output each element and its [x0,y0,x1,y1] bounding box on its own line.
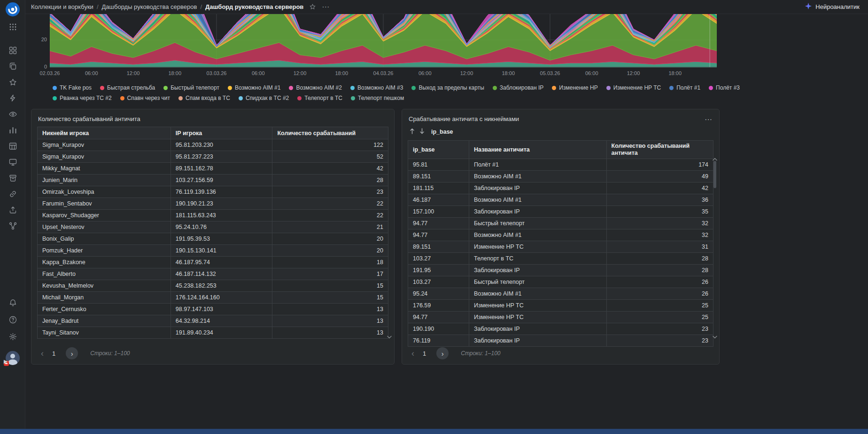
table-row: Pomzuk_Hader190.15.130.14120 [38,245,388,257]
table-row: Jenay_Badrut64.32.98.21413 [38,315,388,327]
settings-button[interactable] [0,330,25,344]
column-header[interactable]: Название античита [469,141,607,159]
legend-item[interactable]: TK Fake pos [53,84,92,91]
sidebar-item-export[interactable] [0,204,25,218]
legend-label: Полёт #3 [716,84,740,91]
legend-item[interactable]: Возможно AIM #3 [350,84,403,91]
current-page-button[interactable]: 1 [52,350,55,357]
sort-asc-button[interactable] [409,127,416,137]
assistant-sparkle-icon [805,2,812,12]
assistant-button[interactable]: Нейроаналитик [805,2,860,12]
bar-chart-icon [8,126,17,136]
cell-ip-base: 103.27 [408,253,469,265]
legend-marker-icon [350,86,355,90]
panel-title: Количество срабатываний античита [31,109,147,127]
scroll-down-chevron[interactable] [387,332,392,341]
datalens-logo[interactable] [5,2,20,17]
notifications-button[interactable] [0,297,25,311]
legend-item[interactable]: Телепорт в ТС [297,95,342,101]
sidebar-item-favorites[interactable] [0,76,25,90]
sidebar-item-flows[interactable] [0,220,25,234]
sidebar-item-charts[interactable] [0,92,25,106]
legend-item[interactable]: Возможно AIM #1 [228,84,281,91]
cell-count: 26 [606,288,713,300]
sidebar-item-presentations[interactable] [0,156,25,170]
column-header[interactable]: Никнейм игрока [38,127,171,139]
legend-item[interactable]: Заблокирован IP [493,84,544,91]
sidebar-item-connections[interactable] [0,188,25,202]
column-header[interactable]: Количество срабатываний [272,127,388,139]
header-more-button[interactable]: ⋯ [322,3,330,11]
panel-anticheat-by-ip: Срабатывание античита с никнеймами ⋯ ip_… [402,109,720,365]
cell-ip: 181.115.63.243 [170,210,272,221]
x-axis-tick-label: 04.03.26 [373,70,394,76]
breadcrumb-item[interactable]: Дашборды руководства серверов [102,3,197,10]
sidebar-item-analytics[interactable] [0,124,25,138]
column-header[interactable]: ip_base [408,141,469,159]
scroll-down-chevron[interactable] [713,332,717,341]
current-page-button[interactable]: 1 [423,350,426,357]
column-header[interactable]: Количество срабатываний античита [606,141,713,159]
cell-anticheat-name: Изменение HP ТС [469,300,607,312]
sidebar-item-datasets[interactable] [0,108,25,122]
user-avatar[interactable] [6,351,20,365]
prev-page-button[interactable]: ‹ [410,349,416,358]
table-row: Mikky_Magnat89.151.162.7842 [38,163,388,175]
cell-ip-base: 157.100 [408,206,469,218]
panel-more-button[interactable]: ⋯ [705,109,719,124]
next-page-button[interactable]: › [66,347,78,359]
cell-nickname: Upset_Nesterov [38,221,171,233]
legend-item[interactable]: Быстрый телепорт [163,84,219,91]
cell-count: 28 [606,253,713,265]
prev-page-button[interactable]: ‹ [39,349,46,358]
stacked-area-plot[interactable] [50,14,717,69]
legend-item[interactable]: Выход за пределы карты [411,84,484,91]
sidebar-item-storage[interactable] [0,172,25,186]
box-icon [8,174,17,184]
legend-item[interactable]: Спидхак в ТС #2 [239,95,289,101]
table-row: 95.81Полёт #1174 [408,159,713,171]
cell-nickname: Sigma_Kurapov [38,139,171,151]
rows-range-label: Строки: 1–100 [461,350,500,357]
anticheat-timeseries-widget: 20 0 02.03.2606:0012:0018:0003.03.2606:0… [31,14,720,107]
x-axis-tick-label: 18:00 [335,70,348,76]
table-row: 103.27Быстрый телепорт26 [408,276,713,288]
cell-count: 52 [272,151,388,163]
legend-item[interactable]: Спам входа в ТС [178,95,230,101]
table-row: 181.115Заблокирован IP42 [408,183,713,194]
sidebar-item-dashboards[interactable] [0,44,25,58]
legend-item[interactable]: Полёт #3 [709,84,740,91]
legend-item[interactable]: Спавн через чит [120,95,170,101]
legend-item[interactable]: Быстрая стрельба [100,84,155,91]
legend-item[interactable]: Телепорт пешком [351,95,404,101]
sidebar-item-workbooks[interactable] [0,60,25,74]
help-button[interactable] [0,313,25,327]
x-axis-tick-label: 06:00 [585,70,598,76]
legend-marker-icon [53,86,57,90]
table-row: Sigma_Kurapov95.81.203.230122 [38,139,388,151]
legend-item[interactable]: Полёт #1 [669,84,700,91]
breadcrumb: Коллекции и воркбуки/Дашборды руководств… [31,3,303,10]
legend-marker-icon [239,96,243,100]
legend-item[interactable]: Возможно AIM #2 [289,84,342,91]
expand-play-icon[interactable]: ▶ [4,358,8,365]
sidebar-item-tables[interactable] [0,140,25,154]
flow-nodes-icon [8,221,17,232]
question-icon [8,315,17,326]
cell-ip-base: 95.24 [408,288,469,300]
column-header[interactable]: IP игрока [170,127,272,139]
scrollbar-thumb[interactable] [713,161,716,188]
breadcrumb-item[interactable]: Коллекции и воркбуки [31,3,93,10]
cell-count: 35 [606,206,713,218]
cell-count: 28 [606,265,713,276]
next-page-button[interactable]: › [436,347,449,359]
cell-nickname: Farumin_Sentabov [38,198,171,210]
cell-nickname: Kevusha_Melmelov [38,280,171,292]
apps-grid-button[interactable] [0,21,25,35]
favorite-star-button[interactable] [309,3,316,10]
sort-desc-button[interactable] [418,127,426,137]
legend-item[interactable]: Рванка через ТС #2 [53,95,112,101]
legend-item[interactable]: Изменение HP [552,84,597,91]
legend-label: Выход за пределы карты [418,84,484,91]
legend-item[interactable]: Изменение HP ТС [606,84,661,91]
